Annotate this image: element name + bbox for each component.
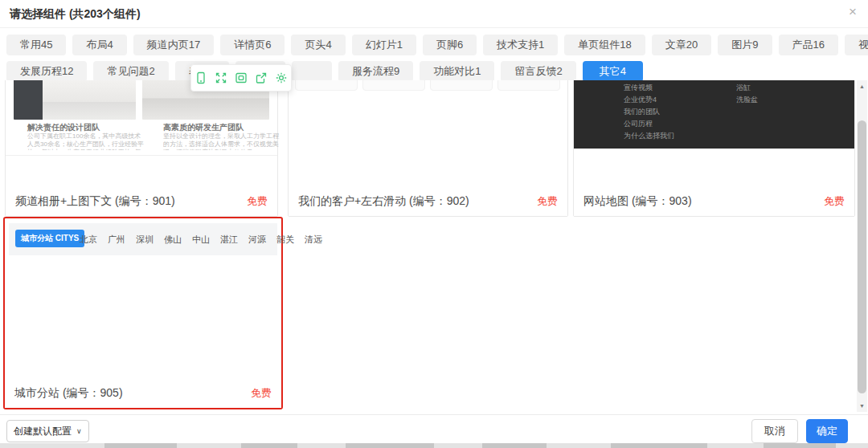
price-badge: 免费 bbox=[824, 194, 845, 209]
tab-fazhanlicheng[interactable]: 发展历程12 bbox=[6, 61, 87, 82]
scrollbar-thumb[interactable] bbox=[858, 120, 866, 393]
tab-row-1: 常用45 布局4 频道内页17 详情页6 页头4 幻灯片1 页脚6 技术支持1 … bbox=[6, 35, 863, 55]
tab-tupian[interactable]: 图片9 bbox=[718, 35, 772, 55]
tab-yejiao[interactable]: 页脚6 bbox=[423, 35, 477, 55]
tab-chanpin[interactable]: 产品16 bbox=[779, 35, 838, 55]
preview-desc: 公司下属在职工100余名，其中高级技术人员30余名；核心生产团队，行业经验平均1… bbox=[27, 132, 146, 150]
card-name: 网站地图 (编号：903) bbox=[583, 194, 692, 209]
dialog-title: 请选择组件 (共203个组件) bbox=[10, 7, 141, 22]
scroll-down-icon[interactable]: ▼ bbox=[857, 401, 867, 411]
gear-icon[interactable] bbox=[275, 71, 288, 84]
city-link: 河源 bbox=[248, 234, 266, 246]
preview-title: 解决责任的设计团队 bbox=[27, 122, 100, 133]
tab-huandengpian[interactable]: 幻灯片1 bbox=[352, 35, 416, 55]
card-label-row: 城市分站 (编号：905) 免费 bbox=[5, 379, 281, 408]
tab-xiangqingye[interactable]: 详情页6 bbox=[220, 35, 285, 55]
tab-jishuzhichi[interactable]: 技术支持1 bbox=[483, 35, 558, 55]
city-site-nav-preview: 城市分站 CITYS 北京 广州 深圳 佛山 中山 湛江 河源 韶关 清远 bbox=[9, 223, 277, 255]
close-icon[interactable]: × bbox=[849, 5, 857, 18]
city-link: 深圳 bbox=[136, 234, 154, 246]
share-icon[interactable] bbox=[255, 71, 268, 84]
tab-gongnengduibi[interactable]: 功能对比1 bbox=[420, 61, 494, 82]
tab-danyezujian[interactable]: 单页组件18 bbox=[564, 35, 645, 55]
tab-qita-active[interactable]: 其它4 bbox=[583, 61, 643, 82]
tab-pindaoneiye[interactable]: 频道内页17 bbox=[133, 35, 214, 55]
preview-desc: 坚持以全设计的理念，采取人工力学工程的方法，选择适合人体需求，不仅视觉美观，还能… bbox=[163, 132, 282, 150]
create-default-config-select[interactable]: 创建默认配置 ∨ bbox=[6, 420, 89, 442]
sitemap-link: 宣传视频 bbox=[624, 82, 674, 94]
tab-buju[interactable]: 布局4 bbox=[72, 35, 126, 55]
mobile-preview-icon[interactable] bbox=[194, 71, 207, 84]
tab-yetou[interactable]: 页头4 bbox=[291, 35, 345, 55]
tab-shipin[interactable]: 视频4 bbox=[845, 35, 868, 55]
sitemap-link: 为什么选择我们 bbox=[624, 130, 674, 142]
client-logo-tile: 国核电力 NUCLEAR POWER bbox=[362, 80, 425, 91]
fullscreen-icon[interactable] bbox=[215, 71, 227, 84]
tab-fuwuliucheng[interactable]: 服务流程9 bbox=[338, 61, 413, 82]
card-901-preview: 解决责任的设计团队 公司下属在职工100余名，其中高级技术人员30余名；核心生产… bbox=[6, 80, 277, 156]
sitemap-link: 公司历程 bbox=[624, 118, 674, 130]
tab-changjianwenti[interactable]: 常见问题2 bbox=[93, 61, 168, 82]
client-logo-tile: Newamstar 新美星 bbox=[430, 80, 493, 91]
sitemap-column-left: 组织架构 宣传视频 企业优势4 我们的团队 公司历程 为什么选择我们 bbox=[624, 80, 674, 142]
tab-obscured-2[interactable] bbox=[292, 61, 332, 82]
tab-row-2: 发展历程12 常见问题2 表格2 服务流程9 功能对比1 留言反馈2 其它4 bbox=[6, 61, 863, 82]
city-site-button: 城市分站 CITYS bbox=[15, 230, 84, 247]
card-label-row: 我们的客户+左右滑动 (编号：902) 免费 bbox=[289, 187, 567, 216]
sitemap-link: 浴缸 bbox=[736, 82, 758, 94]
city-link: 清远 bbox=[305, 234, 322, 246]
tab-wenzhang[interactable]: 文章20 bbox=[652, 35, 711, 55]
client-logo-tile: 深圳宝安国际机场 SHENZHEN AIRPORT bbox=[497, 80, 560, 91]
component-card-902[interactable]: C⊕SIC 中国航天科工集团 Panasonic ideas for life … bbox=[288, 80, 568, 217]
card-label-row: 网站地图 (编号：903) 免费 bbox=[574, 187, 854, 216]
card-name: 我们的客户+左右滑动 (编号：902) bbox=[298, 194, 469, 209]
price-badge: 免费 bbox=[247, 194, 268, 209]
confirm-button[interactable]: 确定 bbox=[806, 419, 848, 443]
component-card-901[interactable]: 解决责任的设计团队 公司下属在职工100余名，其中高级技术人员30余名；核心生产… bbox=[5, 80, 278, 217]
component-picker-dialog: 请选择组件 (共203个组件) × 常用45 布局4 频道内页17 详情页6 页… bbox=[0, 0, 868, 448]
city-link: 广州 bbox=[108, 234, 125, 246]
sitemap-column-right: 浴室柜 浴缸 洗脸盆 bbox=[736, 80, 758, 106]
scroll-up-icon[interactable]: ▲ bbox=[857, 81, 867, 92]
card-name: 频道相册+上图下文 (编号：901) bbox=[15, 194, 175, 209]
create-default-config-label: 创建默认配置 bbox=[14, 425, 72, 438]
background-page-edge bbox=[0, 443, 868, 448]
sitemap-link: 我们的团队 bbox=[624, 106, 674, 118]
city-link: 韶关 bbox=[276, 234, 294, 246]
city-link: 佛山 bbox=[164, 234, 182, 246]
component-grid-viewport: 解决责任的设计团队 公司下属在职工100余名，其中高级技术人员30余名；核心生产… bbox=[0, 80, 868, 414]
tab-changyong[interactable]: 常用45 bbox=[6, 35, 66, 55]
city-link: 湛江 bbox=[220, 234, 238, 246]
client-logo-tile: 中广核 CGN bbox=[295, 80, 358, 91]
sitemap-preview: 组织架构 宣传视频 企业优势4 我们的团队 公司历程 为什么选择我们 浴室柜 浴… bbox=[574, 80, 854, 149]
price-badge: 免费 bbox=[537, 194, 558, 209]
city-links: 北京 广州 深圳 佛山 中山 湛江 河源 韶关 清远 bbox=[80, 234, 322, 246]
preview-title: 高素质的研发生产团队 bbox=[163, 122, 244, 133]
component-card-905-selected[interactable]: 城市分站 CITYS 北京 广州 深圳 佛山 中山 湛江 河源 韶关 清远 城市… bbox=[3, 217, 283, 409]
floating-toolbar bbox=[190, 64, 292, 92]
tab-liuyanfankui[interactable]: 留言反馈2 bbox=[501, 61, 575, 82]
component-card-903[interactable]: 组织架构 宣传视频 企业优势4 我们的团队 公司历程 为什么选择我们 浴室柜 浴… bbox=[573, 80, 855, 217]
kitchen-photo-left bbox=[14, 80, 136, 120]
price-badge: 免费 bbox=[251, 386, 272, 401]
vertical-scrollbar[interactable]: ▲ ▼ bbox=[857, 80, 867, 412]
dialog-footer: 创建默认配置 ∨ 取消 确定 bbox=[0, 414, 868, 444]
card-label-row: 频道相册+上图下文 (编号：901) 免费 bbox=[6, 187, 277, 216]
screen-preview-icon[interactable] bbox=[235, 71, 248, 84]
city-link: 北京 bbox=[80, 234, 97, 246]
chevron-down-icon: ∨ bbox=[76, 427, 82, 435]
city-link: 中山 bbox=[192, 234, 210, 246]
cancel-button[interactable]: 取消 bbox=[751, 419, 798, 443]
sitemap-link: 洗脸盆 bbox=[736, 94, 758, 106]
card-name: 城市分站 (编号：905) bbox=[14, 386, 123, 401]
dialog-header: 请选择组件 (共203个组件) × bbox=[0, 0, 868, 28]
sitemap-link: 企业优势4 bbox=[624, 94, 674, 106]
